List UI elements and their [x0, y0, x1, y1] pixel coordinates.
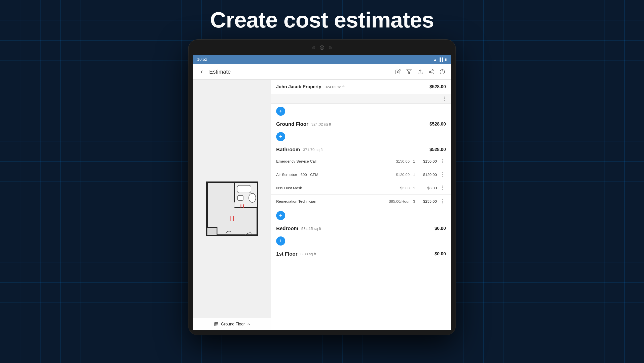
line-item-1-unit: $120.00: [382, 172, 410, 177]
svg-point-3: [429, 71, 431, 73]
ground-floor-sqft: 324.02 sq ft: [311, 122, 331, 126]
line-item-0-total: $150.00: [417, 159, 437, 163]
line-item-2-unit: $3.00: [382, 186, 410, 190]
first-floor-row: 1st Floor 0.00 sq ft $0.00: [271, 249, 451, 259]
bathroom-row: Bathroom 371.70 sq ft $528.00: [271, 144, 451, 155]
status-bar: 10:52 ▲ ▐▐ ▮: [193, 55, 451, 64]
ground-floor-name: Ground Floor: [276, 121, 308, 127]
line-item-3-more[interactable]: [439, 198, 446, 205]
line-item-1: Air Scrubber - 600+ CFM $120.00 1 $120.0…: [271, 168, 451, 181]
line-item-0-unit: $150.00: [382, 159, 410, 163]
bedroom-sqft: 534.15 sq ft: [301, 226, 321, 231]
signal-icon: ▐▐: [438, 57, 443, 62]
export-button[interactable]: [416, 67, 425, 76]
line-item-1-more[interactable]: [439, 171, 446, 178]
top-bar-title: Estimate: [209, 69, 393, 75]
main-content: Ground Floor John Jacob Property 324.02 …: [193, 80, 451, 330]
camera-dot-small2: [329, 46, 332, 49]
estimate-panel[interactable]: John Jacob Property 324.02 sq ft $528.00…: [271, 80, 451, 330]
tablet-frame: 10:52 ▲ ▐▐ ▮ Estimate: [189, 40, 455, 335]
add-button-bathroom-level[interactable]: +: [276, 211, 285, 220]
line-item-2-qty: 1: [412, 186, 417, 190]
share-button[interactable]: [427, 67, 436, 76]
add-btn-property: +: [271, 104, 451, 119]
svg-point-13: [249, 193, 256, 202]
svg-point-4: [432, 73, 434, 74]
edit-button[interactable]: [393, 67, 403, 76]
camera-dot-small: [312, 46, 315, 49]
wifi-icon: ▲: [433, 57, 437, 62]
bedroom-price: $0.00: [435, 226, 446, 231]
first-floor-name: 1st Floor: [276, 251, 297, 257]
page-title: Create cost estimates: [210, 7, 434, 33]
line-item-3: Remediation Technician $85.00/Hour 3 $25…: [271, 195, 451, 208]
chevron-up-down-icon: [247, 322, 251, 326]
ground-floor-price: $528.00: [430, 122, 446, 127]
top-bar: Estimate: [193, 64, 451, 80]
line-item-1-qty: 1: [412, 172, 417, 177]
property-more-menu[interactable]: [442, 96, 447, 102]
line-item-1-name: Air Scrubber - 600+ CFM: [276, 172, 382, 177]
line-item-1-total: $120.00: [417, 172, 437, 177]
camera-row: [312, 45, 332, 50]
line-item-2-total: $3.00: [417, 186, 437, 190]
floor-plan-svg: [202, 167, 262, 243]
battery-icon: ▮: [445, 57, 447, 62]
bathroom-name: Bathroom: [276, 147, 300, 153]
line-item-0-name: Emergency Service Call: [276, 159, 382, 163]
help-button[interactable]: [438, 67, 447, 76]
floor-selector-label: Ground Floor: [221, 322, 245, 326]
top-bar-actions: [393, 67, 447, 76]
line-item-3-total: $255.00: [417, 199, 437, 203]
floor-selector-icon: [213, 321, 219, 327]
bathroom-sqft: 371.70 sq ft: [303, 147, 323, 152]
property-sqft: 324.02 sq ft: [325, 85, 344, 89]
svg-line-6: [431, 70, 432, 71]
add-btn-bedroom: +: [271, 233, 451, 249]
add-button-floor-level[interactable]: +: [276, 132, 285, 141]
svg-line-5: [431, 72, 432, 73]
svg-rect-14: [238, 195, 243, 200]
svg-rect-19: [207, 228, 217, 235]
property-row: John Jacob Property 324.02 sq ft $528.00: [271, 80, 451, 94]
bedroom-row: Bedroom 534.15 sq ft $0.00: [271, 223, 451, 233]
line-item-0: Emergency Service Call $150.00 1 $150.00: [271, 155, 451, 168]
line-item-2: N95 Dust Mask $3.00 1 $3.00: [271, 181, 451, 195]
line-item-3-unit: $85.00/Hour: [382, 199, 410, 203]
floor-plan-canvas: [193, 80, 271, 330]
filter-button[interactable]: [405, 67, 414, 76]
line-item-2-more[interactable]: [439, 184, 446, 191]
property-price: $528.00: [430, 84, 446, 89]
bedroom-name: Bedroom: [276, 226, 298, 231]
property-name: John Jacob Property: [276, 84, 321, 89]
status-time: 10:52: [197, 57, 207, 62]
line-item-3-name: Remediation Technician: [276, 199, 382, 203]
svg-rect-12: [237, 185, 251, 193]
svg-marker-0: [407, 70, 411, 74]
bathroom-price: $528.00: [430, 147, 446, 152]
first-floor-sqft: 0.00 sq ft: [300, 252, 316, 256]
camera-main: [320, 45, 324, 50]
add-btn-floor: +: [271, 129, 451, 144]
floor-plan-panel: Ground Floor: [193, 80, 271, 330]
section-actions-row: [271, 94, 451, 104]
line-item-2-name: N95 Dust Mask: [276, 186, 382, 190]
add-button-bedroom-level[interactable]: +: [276, 236, 285, 246]
svg-point-2: [432, 69, 434, 71]
line-item-3-qty: 3: [412, 199, 417, 203]
back-button[interactable]: [197, 67, 206, 76]
add-button-property-level[interactable]: +: [276, 107, 285, 116]
status-icons: ▲ ▐▐ ▮: [433, 57, 447, 62]
ground-floor-row: Ground Floor 324.02 sq ft $528.00: [271, 119, 451, 129]
svg-rect-20: [214, 322, 218, 326]
add-btn-bathroom: +: [271, 208, 451, 223]
app-screen: 10:52 ▲ ▐▐ ▮ Estimate: [193, 55, 451, 330]
first-floor-price: $0.00: [435, 251, 446, 257]
floor-selector[interactable]: Ground Floor: [193, 318, 271, 330]
line-item-0-more[interactable]: [439, 158, 446, 165]
line-item-0-qty: 1: [412, 159, 417, 163]
